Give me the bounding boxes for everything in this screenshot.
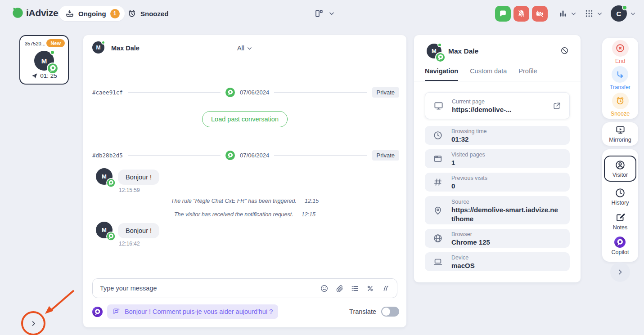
snooze-label: Snooze (611, 111, 630, 117)
notes-icon (615, 212, 626, 223)
account-menu[interactable]: C (611, 5, 636, 22)
separator-line (128, 92, 221, 93)
external-link-icon[interactable] (553, 102, 561, 110)
conversation-separator: #caee91cf 07/06/2024 Private (92, 87, 399, 98)
info-value: Chrome 125 (451, 238, 490, 246)
message-avatar: M (96, 222, 113, 238)
timer-value: 01: 25 (40, 72, 57, 79)
separator-line (274, 155, 367, 156)
privacy-badge: Private (372, 87, 399, 98)
stats-menu[interactable] (558, 9, 576, 18)
info-card-current-page: Current pagehttps://demolive-... (425, 92, 570, 119)
info-card-source: Sourcehttps://demolive-smart.iadvize.net… (425, 196, 570, 224)
tab-profile[interactable]: Profile (518, 67, 537, 81)
message-input[interactable] (93, 285, 320, 292)
snooze-icon (612, 93, 629, 109)
online-status-dot (622, 5, 627, 10)
message-bubble: Bonjour ! (118, 223, 159, 238)
notes-label: Notes (613, 224, 628, 231)
emoji-icon[interactable] (320, 284, 329, 293)
visitor-panel: M Max Dale Navigation Custom data Profil… (414, 35, 581, 282)
visitor-panel-button[interactable]: Visitor (604, 156, 636, 182)
online-status-dot (50, 50, 55, 55)
system-event-text: The rule "Règle Chat CxE FR" has been tr… (171, 198, 297, 204)
topbar-right-controls: C (495, 5, 636, 22)
chevron-right-icon (617, 268, 624, 276)
copilot-icon (614, 237, 626, 248)
tab-navigation[interactable]: Navigation (425, 67, 458, 81)
visitor-panel-tabs: Navigation Custom data Profile (425, 67, 537, 81)
load-past-conversation-button[interactable]: Load past conversation (202, 111, 288, 127)
chevron-down-icon (571, 11, 576, 17)
translate-toggle[interactable] (381, 307, 399, 317)
ongoing-count-badge: 1 (110, 9, 120, 18)
mirroring-button[interactable]: Mirroring (609, 125, 631, 143)
snooze-button[interactable]: Snooze (611, 93, 630, 117)
notifications-off-button[interactable] (513, 6, 529, 22)
chat-availability-button[interactable] (495, 6, 511, 22)
user-avatar: C (611, 5, 627, 22)
chevron-down-icon (329, 10, 335, 17)
history-label: History (612, 200, 629, 206)
conversation-card[interactable]: 357520... New M 01: 25 (19, 35, 69, 85)
chat-visitor-name: Max Dale (111, 45, 140, 52)
separator-line (128, 155, 221, 156)
panel-layout-icon (314, 9, 324, 18)
conversation-separator: #db28b2d5 07/06/2024 Private (92, 150, 399, 161)
conversation-date: 07/06/2024 (240, 89, 269, 96)
message-bubble: Bonjour ! (118, 170, 159, 185)
visitor-panel-name: Max Dale (448, 47, 478, 55)
copilot-avatar (92, 307, 103, 317)
info-card-visited-pages: Visited pages1 (425, 149, 570, 168)
info-value: 0 (451, 182, 455, 190)
conversation-hash-id: #caee91cf (92, 89, 123, 96)
visitor-icon (615, 160, 626, 170)
info-label: Source (451, 199, 469, 205)
ban-visitor-icon[interactable] (560, 46, 569, 55)
percent-icon[interactable] (366, 284, 374, 293)
message-filter-dropdown[interactable]: All (237, 45, 252, 52)
brand-name: iAdvize (26, 8, 58, 18)
info-label: Browser (451, 231, 472, 237)
notes-panel-button[interactable]: Notes (613, 212, 628, 231)
info-label: Browsing time (451, 128, 487, 134)
chat-panel: M Max Dale All #caee91cf 07/06/2024 Priv… (83, 35, 406, 327)
user-avatar-initial: C (617, 10, 621, 18)
layout-switcher[interactable] (314, 9, 335, 18)
info-card-previous-visits: Previous visits0 (425, 173, 570, 192)
chevron-down-icon (597, 11, 603, 17)
transfer-button[interactable]: Transfer (610, 66, 630, 90)
canned-list-icon[interactable] (351, 284, 359, 293)
message-avatar: M (96, 168, 113, 185)
tab-ongoing[interactable]: Ongoing 1 (59, 6, 125, 21)
collapse-sidebar-button[interactable] (610, 262, 630, 282)
grid-dots-icon (585, 9, 594, 18)
shortcuts-slashes-icon[interactable] (381, 284, 390, 293)
tab-custom-data[interactable]: Custom data (470, 67, 507, 81)
transfer-label: Transfer (610, 84, 630, 90)
copilot-panel-button[interactable]: Copilot (612, 237, 629, 255)
info-value: macOS (451, 262, 475, 269)
info-value: https://demolive-... (452, 106, 512, 113)
info-value: https://demolive-smart.iadvize.net/home (451, 206, 558, 223)
end-icon (612, 40, 629, 57)
transfer-icon (612, 66, 628, 83)
hash-icon (433, 177, 444, 187)
apps-menu[interactable] (585, 9, 603, 18)
attachment-icon[interactable] (335, 284, 344, 293)
panel-switcher-group: Visitor History Notes Copilot (602, 149, 638, 262)
chat-channel-badge-icon (225, 88, 235, 97)
info-label: Visited pages (451, 152, 485, 158)
camera-off-button[interactable] (532, 6, 548, 22)
expand-conversation-list-button[interactable] (27, 317, 40, 330)
history-panel-button[interactable]: History (612, 188, 629, 206)
end-label: End (615, 58, 625, 64)
visitor-panel-avatar: M (427, 44, 441, 58)
end-conversation-button[interactable]: End (612, 40, 629, 64)
visitor-avatar-initial: M (41, 57, 47, 65)
tab-snoozed[interactable]: Snoozed (125, 6, 171, 21)
copilot-suggestion-chip[interactable]: Bonjour ! Comment puis-je vous aider auj… (107, 304, 278, 319)
tabs-divider (414, 81, 581, 81)
paper-plane-icon (31, 72, 38, 79)
conversation-date: 07/06/2024 (240, 152, 269, 159)
